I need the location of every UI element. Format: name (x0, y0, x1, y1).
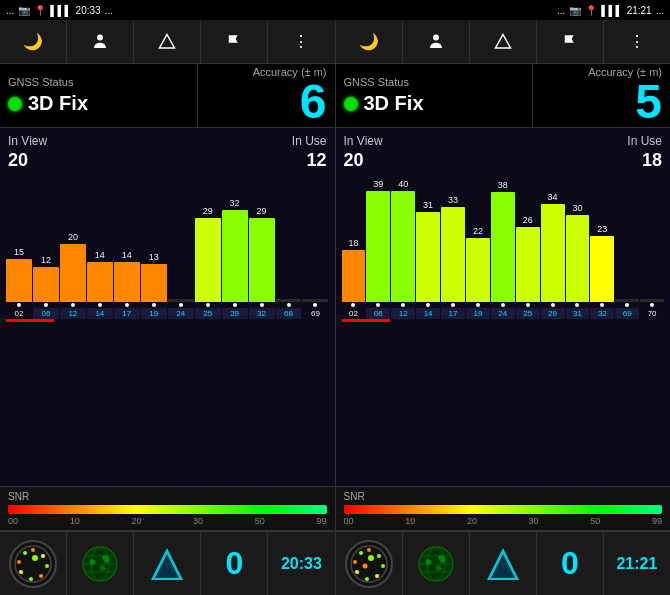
bar-item: 69 (302, 179, 328, 319)
left-nav-time[interactable]: 20:33 (268, 532, 334, 595)
status-dots-left: ... (6, 5, 14, 16)
bar-dot (179, 303, 183, 307)
bar-id-label: 32 (249, 308, 275, 319)
status-camera-right: 📷 (569, 5, 581, 16)
svg-marker-1 (160, 34, 175, 48)
bar-item: 4012 (391, 179, 415, 319)
right-btn-menu[interactable]: ⋮ (604, 20, 670, 63)
bar-rect (541, 204, 565, 302)
bar-item: 2332 (590, 179, 614, 319)
right-gnss-status: 3D Fix (364, 92, 424, 115)
bar-rect (441, 207, 465, 302)
bar-id-label: 17 (114, 308, 140, 319)
bar-value-label: 34 (548, 192, 558, 202)
right-nav-compass[interactable] (336, 532, 403, 595)
bar-dot (625, 303, 629, 307)
bar-value-label: 29 (203, 206, 213, 216)
right-compass-widget (345, 540, 393, 588)
bar-rect (249, 218, 275, 302)
bar-rect (195, 218, 221, 302)
left-snr-label: SNR (8, 491, 29, 502)
bar-dot (501, 303, 505, 307)
right-nav-triangle[interactable] (470, 532, 537, 595)
left-nav-compass[interactable] (0, 532, 67, 595)
bar-value-label: 18 (348, 238, 358, 248)
left-nav-zero[interactable]: 0 (201, 532, 268, 595)
left-btn-arrow[interactable] (134, 20, 201, 63)
right-btn-moon[interactable]: 🌙 (336, 20, 403, 63)
right-nav-time[interactable]: 21:21 (604, 532, 670, 595)
svg-point-4 (41, 554, 45, 558)
bar-id-label: 32 (590, 308, 614, 319)
svg-point-30 (368, 555, 374, 561)
right-btn-flag[interactable] (537, 20, 604, 63)
left-time-value: 20:33 (281, 555, 322, 573)
status-dots-left2: ... (105, 5, 113, 16)
panels-container: 🌙 ⋮ GNSS Status 3D Fix Accuracy ( (0, 20, 670, 595)
left-zero-value: 0 (225, 545, 243, 582)
bar-value-label: 13 (149, 252, 159, 262)
svg-point-26 (365, 577, 369, 581)
bar-id-label: 19 (466, 308, 490, 319)
left-btn-moon[interactable]: 🌙 (0, 20, 67, 63)
bar-value-label: 22 (473, 226, 483, 236)
right-gnss-box: GNSS Status 3D Fix (336, 64, 534, 127)
bar-value-label: 14 (95, 250, 105, 260)
bar-rect (590, 236, 614, 302)
bar-dot (98, 303, 102, 307)
bar-dot (650, 303, 654, 307)
bar-rect (366, 191, 390, 302)
bar-id-label: 25 (516, 308, 540, 319)
svg-point-23 (377, 554, 381, 558)
bar-item: 3031 (566, 179, 590, 319)
right-nav-zero[interactable]: 0 (537, 532, 604, 595)
bar-id-label: 12 (391, 308, 415, 319)
left-bottom-nav: 0 20:33 (0, 531, 335, 595)
svg-marker-20 (495, 34, 510, 48)
status-time-left: 20:33 (76, 5, 101, 16)
svg-point-8 (19, 570, 23, 574)
left-nav-globe[interactable] (67, 532, 134, 595)
left-btn-flag[interactable] (201, 20, 268, 63)
bar-rect (302, 299, 328, 302)
bar-dot (313, 303, 317, 307)
left-snr-ticks: 001020305099 (8, 516, 327, 526)
left-red-line (6, 319, 329, 322)
bar-item: 1802 (342, 179, 366, 319)
status-time-right: 21:21 (627, 5, 652, 16)
bar-item: 1319 (141, 179, 167, 319)
right-info-row: GNSS Status 3D Fix Accuracy (± m) 5 (336, 64, 671, 128)
bar-rect (60, 244, 86, 302)
left-info-row: GNSS Status 3D Fix Accuracy (± m) 6 (0, 64, 335, 128)
bar-id-label: 19 (141, 308, 167, 319)
left-nav-triangle[interactable] (134, 532, 201, 595)
status-bar-left: ... 📷 📍 ▌▌▌ 20:33 ... (6, 5, 113, 16)
bar-id-label: 24 (491, 308, 515, 319)
left-chart-area: In View In Use 20 12 1502120620121414141… (0, 128, 335, 487)
bar-rect (6, 259, 32, 302)
bar-item: 1502 (6, 179, 32, 319)
svg-point-24 (381, 564, 385, 568)
right-in-view-label: In View (344, 134, 383, 148)
bar-dot (44, 303, 48, 307)
left-toolbar: 🌙 ⋮ (0, 20, 335, 64)
bar-dot (575, 303, 579, 307)
right-btn-arrow[interactable] (470, 20, 537, 63)
right-nav-globe[interactable] (403, 532, 470, 595)
bar-dot (600, 303, 604, 307)
bar-value-label: 26 (523, 215, 533, 225)
bar-dot (351, 303, 355, 307)
left-btn-menu[interactable]: ⋮ (268, 20, 334, 63)
right-in-use-label: In Use (627, 134, 662, 148)
svg-point-27 (355, 570, 359, 574)
status-location-left: 📍 (34, 5, 46, 16)
bar-value-label: 40 (398, 179, 408, 189)
bar-dot (376, 303, 380, 307)
status-signal-right: ▌▌▌ (601, 5, 622, 16)
bar-dot (125, 303, 129, 307)
bar-value-label: 12 (41, 255, 51, 265)
left-btn-person[interactable] (67, 20, 134, 63)
right-btn-person[interactable] (403, 20, 470, 63)
right-zero-value: 0 (561, 545, 579, 582)
right-chart-header: In View In Use (340, 132, 667, 150)
